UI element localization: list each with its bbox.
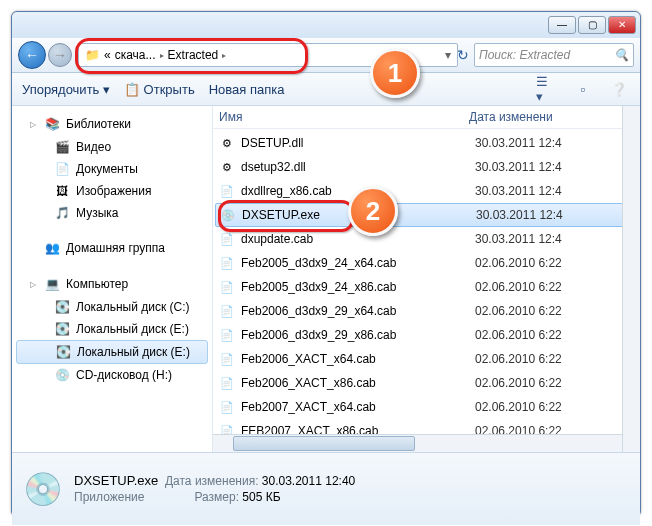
file-row[interactable]: 💿DXSETUP.exe30.03.2011 12:4 [215,203,638,227]
file-row[interactable]: 📄Feb2005_d3dx9_24_x64.cab02.06.2010 6:22 [213,251,640,275]
sidebar-item-music[interactable]: 🎵Музыка [12,202,212,224]
drive-icon: 💽 [54,321,70,337]
file-row[interactable]: 📄dxdllreg_x86.cab30.03.2011 12:4 [213,179,640,203]
file-icon: 📄 [219,327,235,343]
file-row[interactable]: 📄Feb2005_d3dx9_24_x86.cab02.06.2010 6:22 [213,275,640,299]
toolbar: Упорядочить ▾ 📋 Открыть Новая папка ☰ ▾ … [12,73,640,106]
file-icon: ⚙ [219,135,235,151]
file-icon: 📄 [219,183,235,199]
back-button[interactable]: ← [18,41,46,69]
body: ▷📚Библиотеки 🎬Видео 📄Документы 🖼Изображе… [12,106,640,452]
open-button[interactable]: 📋 Открыть [124,82,195,97]
forward-button[interactable]: → [48,43,72,67]
sidebar-item-drive-e-sel[interactable]: 💽Локальный диск (E:) [16,340,208,364]
file-date: 02.06.2010 6:22 [475,304,595,318]
sidebar-homegroup[interactable]: 👥Домашняя группа [12,234,212,260]
drive-icon: 💽 [54,299,70,315]
search-input[interactable]: Поиск: Extracted 🔍 [474,43,634,67]
file-row[interactable]: 📄Feb2006_XACT_x86.cab02.06.2010 6:22 [213,371,640,395]
file-icon: 📄 [219,399,235,415]
callout-badge-2: 2 [348,186,398,236]
folder-icon: 📁 [83,48,102,62]
breadcrumb-p2[interactable]: Extracted [166,48,221,62]
open-icon: 📋 [124,82,140,97]
sidebar-item-drive-e[interactable]: 💽Локальный диск (E:) [12,318,212,340]
file-name: Feb2005_d3dx9_24_x64.cab [241,256,475,270]
file-date: 30.03.2011 12:4 [475,184,595,198]
file-icon: 📄 [219,279,235,295]
close-button[interactable]: ✕ [608,16,636,34]
breadcrumb-arrow[interactable]: ▸ [158,51,166,60]
sidebar-item-cd[interactable]: 💿CD-дисковод (H:) [12,364,212,386]
minimize-button[interactable]: — [548,16,576,34]
pictures-icon: 🖼 [54,183,70,199]
file-date: 30.03.2011 12:4 [475,136,595,150]
file-icon: 📄 [219,375,235,391]
file-name: Feb2005_d3dx9_24_x86.cab [241,280,475,294]
callout-badge-1: 1 [370,48,420,98]
file-list: ⚙DSETUP.dll30.03.2011 12:4⚙dsetup32.dll3… [213,129,640,445]
search-placeholder: Поиск: Extracted [479,44,570,66]
col-date[interactable]: Дата изменени [469,110,589,124]
file-name: dxupdate.cab [241,232,475,246]
dropdown-icon[interactable]: ▾ [443,48,453,62]
details-pane: 💿 DXSETUP.exe Дата изменения: 30.03.2011… [12,452,640,525]
file-row[interactable]: 📄Feb2006_XACT_x64.cab02.06.2010 6:22 [213,347,640,371]
sidebar-libraries[interactable]: ▷📚Библиотеки [12,110,212,136]
file-row[interactable]: 📄Feb2006_d3dx9_29_x64.cab02.06.2010 6:22 [213,299,640,323]
file-date: 02.06.2010 6:22 [475,256,595,270]
music-icon: 🎵 [54,205,70,221]
details-date: 30.03.2011 12:40 [262,474,355,488]
file-row[interactable]: ⚙DSETUP.dll30.03.2011 12:4 [213,131,640,155]
details-filename: DXSETUP.exe [74,473,158,488]
titlebar: — ▢ ✕ [12,12,640,38]
file-icon: ⚙ [219,159,235,175]
explorer-window: — ▢ ✕ ← → 📁 « скача... ▸ Extracted ▸ ▾ ↻… [11,11,641,517]
file-date: 30.03.2011 12:4 [476,208,596,222]
file-pane: Имя Дата изменени ⚙DSETUP.dll30.03.2011 … [213,106,640,452]
file-date: 02.06.2010 6:22 [475,400,595,414]
file-icon: 💿 [220,207,236,223]
h-scroll-thumb[interactable] [233,436,415,451]
file-row[interactable]: ⚙dsetup32.dll30.03.2011 12:4 [213,155,640,179]
file-date: 02.06.2010 6:22 [475,376,595,390]
details-size-label: Размер: [194,490,239,504]
maximize-button[interactable]: ▢ [578,16,606,34]
file-name: Feb2006_d3dx9_29_x86.cab [241,328,475,342]
file-icon: 📄 [219,231,235,247]
sidebar-item-drive-c[interactable]: 💽Локальный диск (C:) [12,296,212,318]
file-icon: 📄 [219,351,235,367]
file-name: Feb2006_XACT_x86.cab [241,376,475,390]
file-row[interactable]: 📄Feb2006_d3dx9_29_x86.cab02.06.2010 6:22 [213,323,640,347]
help-icon[interactable]: ❔ [608,78,630,100]
homegroup-icon: 👥 [44,240,60,256]
h-scrollbar[interactable] [213,434,623,452]
column-headers: Имя Дата изменени [213,106,640,129]
sidebar-item-pictures[interactable]: 🖼Изображения [12,180,212,202]
file-date: 02.06.2010 6:22 [475,352,595,366]
sidebar: ▷📚Библиотеки 🎬Видео 📄Документы 🖼Изображе… [12,106,213,452]
libraries-icon: 📚 [44,116,60,132]
documents-icon: 📄 [54,161,70,177]
preview-pane-icon[interactable]: ▫ [572,78,594,100]
breadcrumb-p1[interactable]: скача... [113,48,158,62]
sidebar-computer[interactable]: ▷💻Компьютер [12,270,212,296]
file-row[interactable]: 📄Feb2007_XACT_x64.cab02.06.2010 6:22 [213,395,640,419]
file-date: 30.03.2011 12:4 [475,232,595,246]
file-name: Feb2007_XACT_x64.cab [241,400,475,414]
breadcrumb-arrow[interactable]: ▸ [220,51,228,60]
file-icon: 📄 [219,303,235,319]
cd-icon: 💿 [54,367,70,383]
v-scrollbar[interactable] [622,106,640,452]
file-row[interactable]: 📄dxupdate.cab30.03.2011 12:4 [213,227,640,251]
col-name[interactable]: Имя [219,110,469,124]
sidebar-item-documents[interactable]: 📄Документы [12,158,212,180]
file-name: DSETUP.dll [241,136,475,150]
organize-menu[interactable]: Упорядочить ▾ [22,82,110,97]
file-date: 30.03.2011 12:4 [475,160,595,174]
sidebar-item-video[interactable]: 🎬Видео [12,136,212,158]
file-name: dsetup32.dll [241,160,475,174]
view-menu-icon[interactable]: ☰ ▾ [536,78,558,100]
new-folder-button[interactable]: Новая папка [209,82,285,97]
file-type-icon: 💿 [22,468,64,510]
